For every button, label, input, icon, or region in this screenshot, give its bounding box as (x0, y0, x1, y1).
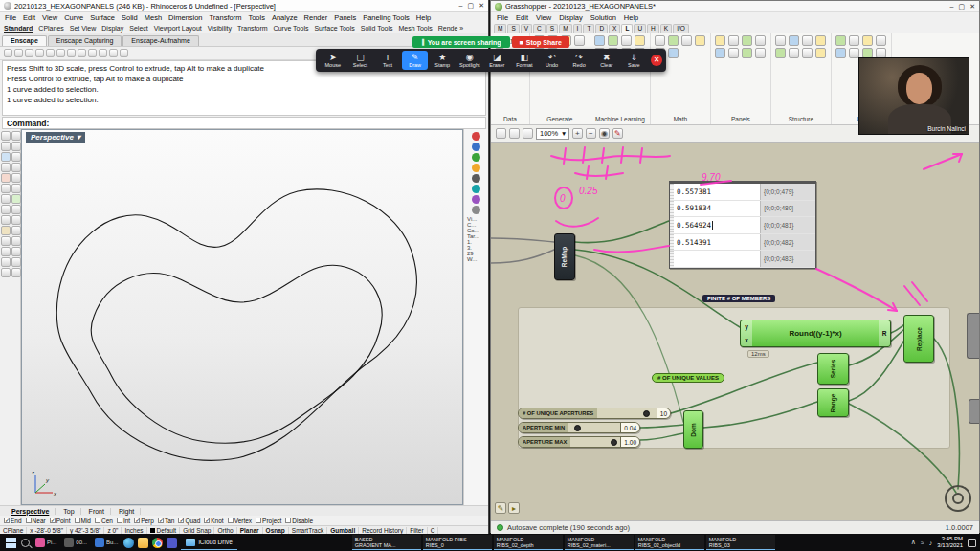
node-range[interactable]: Range (817, 388, 849, 417)
ribbon-group-label[interactable]: Generate (534, 115, 586, 123)
taskbar-window-button[interactable]: MANIFOLD RIBS_02_depth (494, 535, 563, 550)
taskbar-window-button[interactable]: MANIFOLD RIBS_02_materi... (565, 535, 634, 550)
category-tab[interactable]: S (546, 24, 558, 33)
panel-icon[interactable] (472, 132, 480, 141)
toolbar-icon[interactable] (109, 49, 118, 57)
toolbar-tab[interactable]: Set View (70, 25, 97, 32)
zoom-out-icon[interactable]: − (586, 128, 596, 139)
category-tab[interactable]: M (559, 24, 571, 33)
osnap-checkbox[interactable]: Int (117, 518, 130, 524)
taskbar-window-button[interactable]: BASED GRADIENT MA... (352, 535, 421, 550)
tool-icon[interactable] (11, 257, 21, 267)
component-icon[interactable] (789, 48, 799, 58)
tool-icon[interactable] (11, 226, 21, 235)
explorer-taskbar-button[interactable]: iCloud Drive (181, 535, 236, 550)
output-r[interactable]: R (879, 320, 890, 346)
toolbar-icon[interactable] (56, 49, 65, 57)
annotation-tool-button[interactable]: ✖ Clear (593, 51, 620, 70)
category-tab[interactable]: I (573, 24, 583, 33)
category-tab[interactable]: K (660, 24, 672, 33)
status-cell[interactable]: Ortho (214, 527, 236, 534)
component-icon[interactable] (835, 35, 846, 46)
minimize-icon[interactable]: – (950, 3, 954, 11)
zoom-select[interactable]: 100% ▾ (536, 128, 569, 140)
panel-row[interactable]: 0.591834 {0;0;0;480} (670, 201, 815, 218)
osnap-checkbox[interactable]: Vertex (228, 518, 252, 524)
osnap-checkbox[interactable]: Mid (75, 518, 91, 524)
expression-inputs[interactable]: y x (741, 320, 752, 346)
menu-item[interactable]: File (497, 13, 508, 22)
category-tab[interactable]: L (621, 24, 633, 33)
toolbar-tab[interactable]: Transform (237, 25, 268, 32)
component-icon[interactable] (742, 35, 752, 46)
toolbar-icon[interactable] (120, 49, 128, 57)
component-icon[interactable] (789, 35, 799, 46)
osnap-checkbox[interactable]: Point (50, 518, 71, 524)
category-tab[interactable]: C (533, 24, 546, 33)
tool-icon[interactable] (1, 131, 11, 141)
tool-icon[interactable] (1, 194, 11, 204)
menu-item[interactable]: Tools (248, 13, 265, 22)
folder-icon[interactable] (138, 538, 148, 548)
category-tab[interactable]: M (494, 24, 506, 33)
network-icon[interactable]: ≈ (921, 540, 924, 546)
tool-icon[interactable] (1, 247, 11, 256)
toolbar-tab[interactable]: Viewport Layout (154, 25, 202, 32)
search-icon[interactable] (21, 539, 30, 547)
category-tab[interactable]: S (507, 24, 519, 33)
menu-item[interactable]: View (42, 13, 57, 22)
status-cell[interactable]: x -28'-0 5/8" (27, 527, 67, 534)
node-series[interactable]: Series (817, 353, 849, 385)
tool-icon[interactable] (1, 257, 11, 267)
tool-icon[interactable] (1, 268, 11, 277)
tool-icon[interactable] (11, 268, 21, 277)
close-icon[interactable]: ✕ (969, 3, 975, 11)
tool-icon[interactable] (11, 173, 21, 183)
arrow-icon[interactable]: ▸ (508, 502, 520, 514)
number-slider[interactable]: APERTURE MIN 0.04 (518, 422, 640, 433)
tool-icon[interactable] (11, 152, 21, 162)
component-icon[interactable] (835, 48, 846, 58)
slider-track[interactable] (597, 408, 657, 418)
tool-icon[interactable] (1, 163, 11, 172)
toolbar-icon[interactable] (46, 49, 55, 57)
component-icon[interactable] (876, 35, 886, 46)
menu-item[interactable]: Analyze (272, 13, 298, 22)
start-button[interactable] (4, 536, 17, 549)
annotation-tool-button[interactable]: ✎ Draw (402, 51, 429, 70)
notification-center-icon[interactable] (968, 539, 976, 547)
osnap-checkbox[interactable]: Perp (134, 518, 154, 524)
save-file-icon[interactable] (523, 128, 533, 139)
teams-icon[interactable] (167, 538, 177, 548)
edge-icon[interactable] (123, 538, 134, 548)
menu-item[interactable]: Edit (516, 13, 528, 22)
panel-icon[interactable] (472, 206, 480, 214)
minimize-icon[interactable]: – (459, 2, 463, 10)
osnap-checkbox[interactable]: Knot (204, 518, 223, 524)
tool-icon[interactable] (1, 236, 11, 246)
menu-item[interactable]: Solid (122, 13, 138, 22)
toolbar-tab[interactable]: Curve Tools (274, 25, 309, 32)
toolbar-icon[interactable] (67, 49, 76, 57)
category-tab[interactable]: V (521, 24, 532, 33)
osnap-checkbox[interactable]: Near (26, 518, 46, 524)
ribbon-group-label[interactable]: Math (655, 115, 706, 123)
menu-item[interactable]: Display (559, 13, 583, 22)
status-cell[interactable]: Filter (407, 527, 427, 534)
panel-icon[interactable] (472, 174, 480, 183)
pause-icon[interactable]: ∥ (421, 38, 425, 46)
component-icon[interactable] (755, 35, 766, 46)
menu-item[interactable]: Panels (334, 13, 356, 22)
status-cell[interactable]: Osnap (263, 527, 289, 534)
toolbar-icon[interactable] (4, 49, 12, 57)
status-cell[interactable]: SmartTrack (289, 527, 327, 534)
node-replace[interactable]: Replace (903, 315, 934, 363)
menu-item[interactable]: View (536, 13, 551, 22)
panel-row[interactable]: 0.564924 {0;0;0;481} (670, 217, 815, 234)
component-icon[interactable] (802, 48, 813, 58)
component-icon[interactable] (715, 35, 725, 46)
category-tab[interactable]: D (595, 24, 608, 33)
panel-icon[interactable] (472, 153, 480, 162)
slider-knob[interactable] (611, 439, 617, 446)
input-x[interactable]: x (745, 337, 748, 343)
